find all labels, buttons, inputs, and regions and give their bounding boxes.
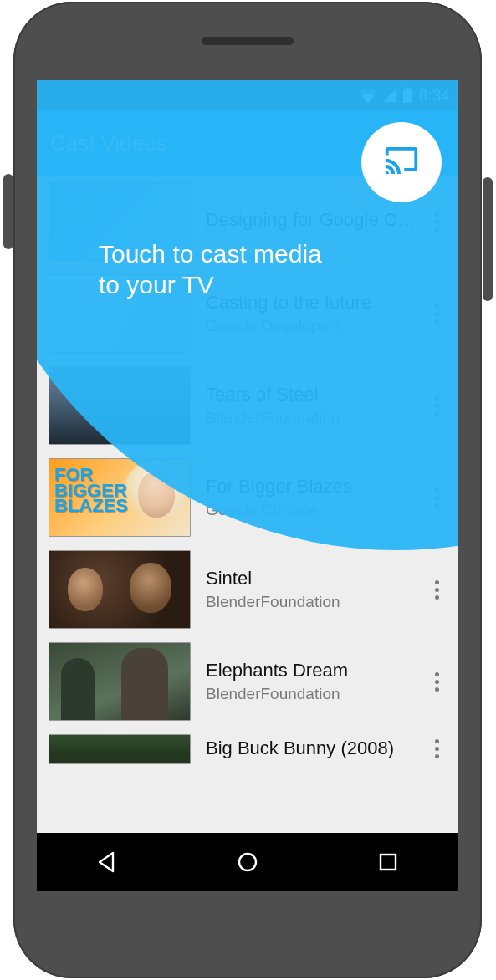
cast-icon [385,147,418,177]
thumbnail [49,550,191,629]
video-subtitle: BlenderFoundation [206,685,422,703]
thumbnail [49,734,191,764]
more-icon [435,672,439,692]
list-item[interactable]: Elephants Dream BlenderFoundation [37,635,458,727]
thumbnail-overlay-text: FOR BIGGER BLAZES [54,467,128,514]
home-button[interactable] [222,844,273,880]
thumbnail [49,642,191,721]
more-icon [435,580,439,600]
back-icon [95,850,120,875]
system-nav-bar [37,833,458,891]
power-button [3,174,13,249]
back-button[interactable] [82,844,132,880]
svg-point-2 [239,854,256,870]
recents-icon [376,850,400,874]
more-button[interactable] [422,550,452,629]
svg-rect-3 [381,855,396,870]
video-title: Elephants Dream [206,660,422,681]
list-item[interactable]: Sintel BlenderFoundation [37,544,458,635]
home-icon [235,850,260,875]
list-item[interactable]: Big Buck Bunny (2008) [37,727,458,764]
video-title: Sintel [206,568,422,589]
more-button[interactable] [422,734,452,764]
video-title: Big Buck Bunny (2008) [206,738,422,758]
volume-rocker [483,177,493,301]
more-button[interactable] [422,642,452,721]
video-subtitle: BlenderFoundation [206,593,422,611]
cast-button[interactable] [361,122,442,202]
recents-button[interactable] [363,844,413,880]
more-icon [435,739,439,758]
earpiece [202,37,294,45]
